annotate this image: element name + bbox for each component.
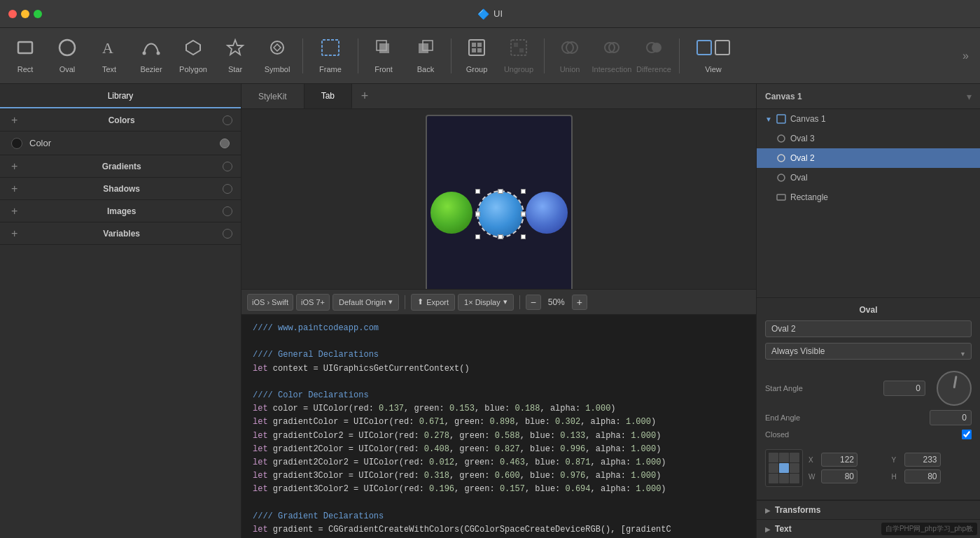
- tab-stylekit[interactable]: StyleKit: [241, 84, 304, 108]
- handle-tl[interactable]: [475, 189, 480, 194]
- angle-dial[interactable]: [937, 371, 972, 406]
- handle-mr[interactable]: [521, 212, 526, 217]
- zoom-minus-button[interactable]: −: [526, 295, 541, 310]
- sidebar-section-images: + Images: [0, 200, 241, 222]
- start-angle-input[interactable]: [883, 381, 925, 396]
- minimize-button[interactable]: [21, 10, 29, 18]
- maximize-button[interactable]: [34, 10, 42, 18]
- zoom-value: 50%: [544, 297, 569, 307]
- code-line-3: let context = UIGraphicsGetCurrentContex…: [253, 362, 745, 376]
- visibility-dropdown[interactable]: Always Visible Hidden Visible: [765, 343, 972, 360]
- toolbar-sep-4: [544, 38, 545, 73]
- tool-union[interactable]: Union: [550, 32, 589, 80]
- tool-symbol[interactable]: Symbol: [258, 32, 297, 80]
- tool-bezier[interactable]: Bezier: [132, 32, 171, 80]
- tool-text[interactable]: A Text: [90, 32, 129, 80]
- y-input[interactable]: [904, 453, 941, 467]
- shadows-toggle[interactable]: [223, 184, 232, 194]
- shape-name-input[interactable]: [765, 320, 972, 337]
- h-input[interactable]: [904, 469, 941, 483]
- code-blank-3: [253, 496, 745, 509]
- position-box[interactable]: [765, 449, 803, 487]
- svg-point-30: [778, 135, 785, 142]
- closed-checkbox[interactable]: [962, 430, 972, 439]
- svg-point-32: [778, 174, 785, 181]
- traffic-lights: [8, 10, 42, 18]
- display-label: 1× Display: [464, 298, 500, 306]
- shape-blue-oval-selected[interactable]: [478, 192, 520, 234]
- platform-select[interactable]: iOS › Swift: [247, 294, 293, 311]
- x-input[interactable]: [821, 453, 858, 467]
- w-item: W: [808, 469, 889, 483]
- tool-view[interactable]: View: [685, 32, 741, 80]
- close-button[interactable]: [8, 10, 17, 18]
- expand-icon: ▼: [765, 115, 772, 123]
- handle-ml[interactable]: [475, 212, 480, 217]
- display-button[interactable]: 1× Display ▾: [458, 294, 514, 311]
- layer-rect[interactable]: Rectangle: [757, 187, 980, 207]
- gradients-toggle[interactable]: [223, 162, 232, 171]
- tool-group[interactable]: Group: [457, 32, 496, 80]
- handle-tc[interactable]: [498, 189, 503, 194]
- add-variable-button[interactable]: +: [8, 227, 20, 240]
- file-icon: 🔷: [477, 8, 489, 20]
- code-line-2: //// General Declarations: [253, 348, 745, 362]
- more-icon[interactable]: »: [957, 44, 974, 68]
- tool-polygon[interactable]: Polygon: [174, 32, 213, 80]
- tool-oval[interactable]: Oval: [48, 32, 87, 80]
- tool-ungroup[interactable]: Ungroup: [499, 32, 538, 80]
- tool-rect[interactable]: Rect: [6, 32, 45, 80]
- tool-star[interactable]: Star: [216, 32, 255, 80]
- oval-icon: [57, 38, 77, 62]
- svg-rect-18: [511, 40, 526, 55]
- add-gradient-button[interactable]: +: [8, 160, 20, 173]
- tool-front[interactable]: Front: [364, 32, 403, 80]
- end-angle-row: End Angle: [765, 410, 972, 425]
- w-input[interactable]: [821, 469, 858, 483]
- tool-back[interactable]: Back: [406, 32, 445, 80]
- colors-toggle[interactable]: [223, 115, 232, 125]
- tool-difference[interactable]: Difference: [634, 32, 673, 80]
- code-panel[interactable]: //// www.paintcodeapp.com //// General D…: [241, 314, 756, 538]
- tool-intersection[interactable]: Intersection: [592, 32, 631, 80]
- color-radio[interactable]: [220, 139, 230, 148]
- svg-rect-20: [519, 48, 524, 52]
- transforms-section[interactable]: ▶ Transforms: [757, 500, 980, 519]
- shape-violet-oval[interactable]: [526, 192, 568, 234]
- rp-header-arrow[interactable]: ▾: [967, 91, 972, 102]
- svg-rect-16: [472, 48, 476, 52]
- star-icon: [225, 38, 245, 62]
- difference-icon: [644, 38, 664, 62]
- handle-bl[interactable]: [475, 234, 480, 239]
- canvas-title: Canvas 1: [765, 92, 802, 101]
- shape-green-oval[interactable]: [430, 192, 472, 234]
- svg-rect-28: [715, 41, 729, 55]
- zoom-plus-button[interactable]: +: [572, 295, 587, 310]
- variables-label: Variables: [20, 229, 223, 239]
- layer-oval[interactable]: Oval: [757, 168, 980, 187]
- ios-version-select[interactable]: iOS 7+: [296, 294, 330, 311]
- tab-library[interactable]: Library: [0, 84, 241, 108]
- layer-oval2[interactable]: Oval 2: [757, 148, 980, 168]
- images-toggle[interactable]: [223, 206, 232, 216]
- tab-add-button[interactable]: +: [352, 84, 377, 108]
- handle-tr[interactable]: [521, 189, 526, 194]
- end-angle-input[interactable]: [930, 410, 972, 425]
- origin-button[interactable]: Default Origin ▾: [332, 294, 399, 311]
- layer-oval3[interactable]: Oval 3: [757, 129, 980, 148]
- handle-bc[interactable]: [498, 234, 503, 239]
- variables-toggle[interactable]: [223, 229, 232, 239]
- bt-sep-2: [519, 295, 520, 309]
- color-item[interactable]: Color: [0, 132, 241, 155]
- layer-canvas1[interactable]: ▼ Canvas 1: [757, 109, 980, 129]
- add-shadow-button[interactable]: +: [8, 183, 20, 195]
- canvas-area[interactable]: [241, 109, 756, 289]
- tool-frame[interactable]: Frame: [309, 32, 352, 80]
- add-image-button[interactable]: +: [8, 205, 20, 218]
- add-color-button[interactable]: +: [8, 114, 20, 127]
- svg-marker-5: [186, 41, 200, 55]
- tab-main[interactable]: Tab: [304, 84, 352, 108]
- svg-rect-33: [777, 194, 785, 200]
- export-button[interactable]: ⬆ Export: [411, 294, 455, 311]
- handle-br[interactable]: [521, 234, 526, 239]
